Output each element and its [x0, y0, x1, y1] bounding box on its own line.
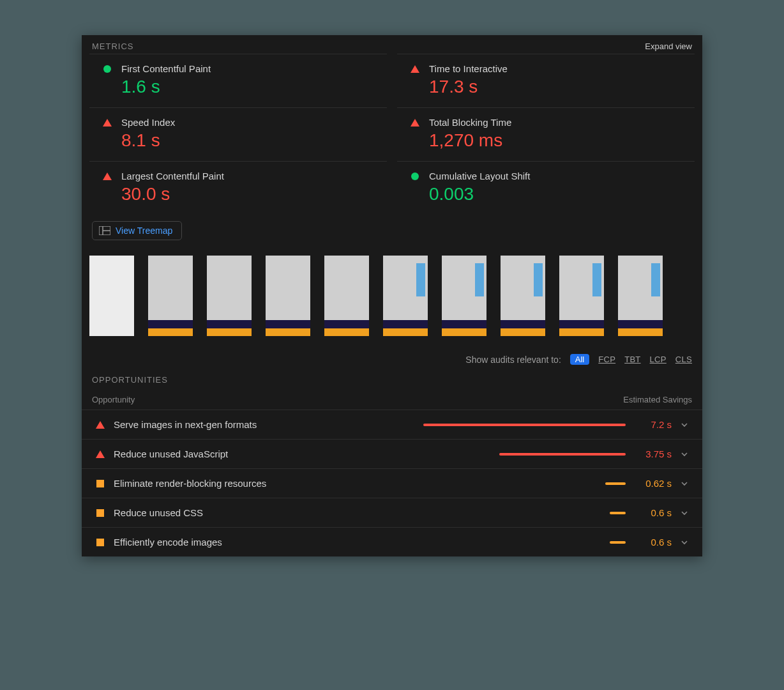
opportunity-bar [396, 424, 626, 426]
opportunity-bar [396, 453, 626, 456]
opportunity-savings: 0.6 s [631, 507, 672, 518]
opportunities-list: Serve images in next-gen formats7.2 sRed… [82, 410, 702, 556]
metric-label: First Contentful Paint [121, 63, 377, 74]
chevron-down-icon[interactable] [677, 539, 692, 546]
metric-label: Cumulative Layout Shift [429, 171, 684, 181]
filmstrip-thumbnail[interactable] [559, 256, 604, 336]
opportunity-savings: 0.62 s [631, 478, 672, 489]
metrics-title: METRICS [92, 42, 134, 51]
chevron-down-icon[interactable] [677, 450, 692, 458]
filmstrip-thumbnail[interactable] [207, 256, 252, 336]
metric-value: 8.1 s [121, 130, 377, 151]
metric-item[interactable]: Time to Interactive17.3 s [397, 54, 695, 107]
filmstrip [82, 244, 702, 342]
triangle-poor-icon [92, 421, 109, 429]
square-average-icon [92, 509, 109, 517]
filmstrip-thumbnail[interactable] [148, 256, 193, 336]
opportunities-columns: Opportunity Estimated Savings [82, 390, 702, 410]
triangle-poor-icon [100, 172, 115, 180]
audit-filter-active[interactable]: All [570, 354, 589, 365]
metric-value: 1.6 s [121, 77, 377, 97]
filmstrip-thumbnail[interactable] [618, 256, 663, 336]
treemap-label: View Treemap [116, 226, 172, 236]
audit-filter-option[interactable]: CLS [675, 355, 692, 364]
metric-item[interactable]: Largest Contentful Paint30.0 s [89, 161, 387, 215]
metric-label: Speed Index [121, 117, 377, 128]
square-average-icon [92, 480, 109, 487]
metric-item[interactable]: Speed Index8.1 s [89, 107, 387, 161]
chevron-down-icon[interactable] [677, 421, 692, 429]
filmstrip-thumbnail[interactable] [324, 256, 369, 336]
opportunity-bar [396, 512, 626, 514]
lighthouse-panel: METRICS Expand view First Contentful Pai… [82, 35, 702, 556]
opportunities-header: OPPORTUNITIES [82, 369, 702, 387]
opportunity-savings: 7.2 s [631, 419, 672, 430]
metric-label: Time to Interactive [429, 63, 684, 74]
opportunity-row[interactable]: Eliminate render-blocking resources0.62 … [82, 469, 702, 498]
opportunity-label: Efficiently encode images [114, 537, 391, 548]
savings-col-label: Estimated Savings [623, 395, 692, 404]
opportunity-row[interactable]: Serve images in next-gen formats7.2 s [82, 410, 702, 440]
square-average-icon [92, 539, 109, 546]
treemap-icon [99, 226, 110, 235]
opportunity-bar [396, 482, 626, 485]
opportunity-label: Eliminate render-blocking resources [114, 478, 391, 489]
metric-value: 30.0 s [121, 184, 377, 204]
opportunity-label: Reduce unused JavaScript [114, 448, 391, 459]
opportunity-row[interactable]: Reduce unused CSS0.6 s [82, 498, 702, 528]
metric-item[interactable]: Total Blocking Time1,270 ms [397, 107, 695, 161]
audit-filter-option[interactable]: LCP [650, 355, 667, 364]
triangle-poor-icon [92, 450, 109, 458]
metrics-grid: First Contentful Paint1.6 sTime to Inter… [82, 54, 702, 215]
metric-item[interactable]: First Contentful Paint1.6 s [89, 54, 387, 107]
filmstrip-thumbnail[interactable] [442, 256, 486, 336]
metrics-header: METRICS Expand view [82, 35, 702, 54]
opportunity-col-label: Opportunity [92, 395, 135, 404]
audit-filter-row: Show audits relevant to: All FCPTBTLCPCL… [82, 342, 702, 369]
chevron-down-icon[interactable] [677, 480, 692, 487]
opportunity-row[interactable]: Efficiently encode images0.6 s [82, 528, 702, 556]
metric-item[interactable]: Cumulative Layout Shift0.003 [397, 161, 695, 215]
metric-value: 17.3 s [429, 77, 684, 97]
expand-view-link[interactable]: Expand view [645, 42, 692, 51]
metric-label: Largest Contentful Paint [121, 171, 377, 181]
metric-value: 1,270 ms [429, 130, 684, 151]
audit-filter-option[interactable]: TBT [624, 355, 640, 364]
opportunity-label: Reduce unused CSS [114, 507, 391, 518]
opportunity-row[interactable]: Reduce unused JavaScript3.75 s [82, 440, 702, 469]
filmstrip-thumbnail[interactable] [501, 256, 545, 336]
opportunity-label: Serve images in next-gen formats [114, 419, 391, 430]
audit-filter-option[interactable]: FCP [598, 355, 615, 364]
triangle-poor-icon [407, 119, 423, 126]
filmstrip-thumbnail[interactable] [266, 256, 310, 336]
filmstrip-thumbnail[interactable] [383, 256, 428, 336]
chevron-down-icon[interactable] [677, 509, 692, 517]
metric-label: Total Blocking Time [429, 117, 684, 128]
filmstrip-thumbnail[interactable] [89, 256, 134, 336]
metric-value: 0.003 [429, 184, 684, 204]
opportunities-title: OPPORTUNITIES [92, 375, 168, 385]
triangle-poor-icon [407, 65, 423, 73]
opportunity-savings: 3.75 s [631, 448, 672, 459]
treemap-row: View Treemap [82, 215, 702, 244]
triangle-poor-icon [100, 119, 115, 126]
opportunity-bar [396, 541, 626, 544]
view-treemap-button[interactable]: View Treemap [92, 221, 182, 240]
circle-good-icon [407, 172, 423, 180]
audit-filter-label: Show audits relevant to: [465, 355, 561, 365]
circle-good-icon [100, 65, 115, 73]
opportunity-savings: 0.6 s [631, 537, 672, 548]
